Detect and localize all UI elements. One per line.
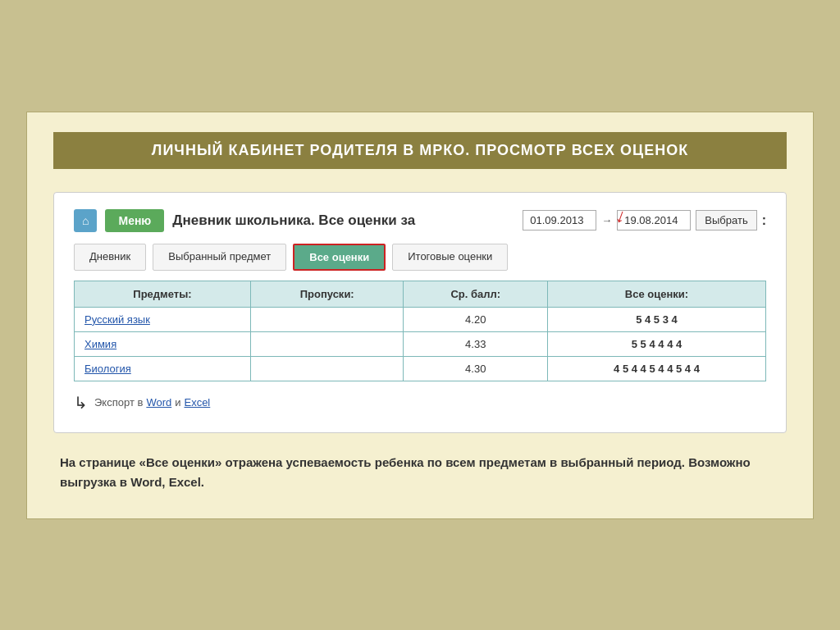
bottom-description: На странице «Все оценки» отражена успева…	[53, 453, 787, 492]
subject-cell: Русский язык	[75, 307, 251, 331]
tab-subject[interactable]: Выбранный предмет	[153, 244, 286, 271]
subject-link-chemistry[interactable]: Химия	[84, 338, 116, 350]
grades-cell: 5 5 4 4 4 4	[547, 331, 765, 356]
browser-mockup: ↓ ⌂ Меню Дневник школьника. Все оценки з…	[53, 192, 787, 433]
subject-link-russian[interactable]: Русский язык	[84, 313, 150, 326]
col-header-subjects: Предметы:	[75, 281, 251, 307]
colon: :	[762, 213, 766, 228]
subject-cell: Химия	[75, 331, 251, 356]
absences-cell	[250, 307, 404, 331]
grades-cell: 5 4 5 3 4	[547, 307, 765, 331]
export-and: и	[175, 396, 180, 409]
tab-final-grades[interactable]: Итоговые оценки	[392, 244, 508, 271]
export-word-link[interactable]: Word	[146, 396, 171, 409]
tab-all-grades[interactable]: Все оценки	[293, 244, 386, 271]
absences-cell	[250, 331, 404, 356]
export-excel-link[interactable]: Excel	[184, 396, 210, 409]
grades-table: Предметы: Пропуски: Ср. балл: Все оценки…	[74, 281, 766, 381]
table-row: Русский язык 4.20 5 4 5 3 4	[75, 307, 766, 331]
select-button[interactable]: Выбрать	[696, 210, 756, 231]
avg-cell: 4.30	[404, 356, 548, 381]
tab-diary[interactable]: Дневник	[74, 244, 146, 271]
menu-button[interactable]: Меню	[105, 209, 164, 232]
date-end-input[interactable]	[617, 210, 691, 231]
grades-cell: 4 5 4 4 5 4 4 5 4 4	[547, 356, 765, 381]
browser-header: ⌂ Меню Дневник школьника. Все оценки за …	[74, 209, 766, 232]
col-header-absences: Пропуски:	[250, 281, 404, 307]
export-row: ↳ Экспорт в Word и Excel	[74, 393, 766, 413]
col-header-grades: Все оценки:	[547, 281, 765, 307]
tabs-bar: Дневник Выбранный предмет Все оценки Ито…	[74, 244, 766, 271]
export-label: Экспорт в	[94, 396, 143, 409]
date-separator: →	[601, 214, 612, 226]
absences-cell	[250, 356, 404, 381]
date-range: → Выбрать :	[523, 210, 766, 231]
col-header-avg: Ср. балл:	[404, 281, 548, 307]
date-start-input[interactable]	[523, 210, 596, 231]
slide-title: ЛИЧНЫЙ КАБИНЕТ РОДИТЕЛЯ В МРКО. ПРОСМОТР…	[53, 132, 787, 169]
page-title: Дневник школьника. Все оценки за	[172, 212, 514, 229]
avg-cell: 4.33	[404, 331, 548, 356]
black-arrow-annotation: ↳	[74, 393, 88, 413]
home-button[interactable]: ⌂	[74, 209, 97, 232]
subject-link-biology[interactable]: Биология	[84, 363, 131, 375]
table-row: Биология 4.30 4 5 4 4 5 4 4 5 4 4	[75, 356, 766, 381]
table-row: Химия 4.33 5 5 4 4 4 4	[75, 331, 766, 356]
avg-cell: 4.20	[404, 307, 548, 331]
slide-container: ЛИЧНЫЙ КАБИНЕТ РОДИТЕЛЯ В МРКО. ПРОСМОТР…	[26, 112, 814, 519]
subject-cell: Биология	[75, 356, 251, 381]
